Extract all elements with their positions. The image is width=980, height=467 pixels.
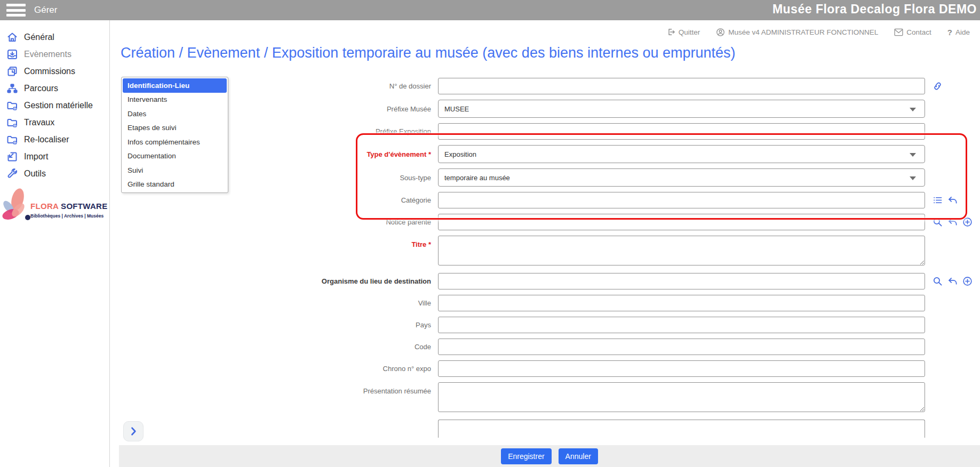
categorie-input[interactable] [438, 192, 925, 208]
flora-petals-icon [0, 184, 32, 226]
chevron-down-icon [910, 176, 916, 180]
brand-name-flora: FLORA [30, 202, 59, 211]
import-icon [6, 150, 19, 163]
question-mark-icon: ? [947, 28, 952, 37]
app-title: Musée Flora Decalog Flora DEMO [772, 2, 977, 17]
hamburger-menu-icon[interactable] [6, 4, 26, 17]
selected-value: Exposition [444, 150, 476, 158]
sidebar-item-label: Import [24, 152, 48, 162]
sidebar-item-label: Général [24, 33, 54, 42]
sidebar-item-gestion-materielle[interactable]: Gestion matérielle [0, 97, 109, 114]
plus-circle-icon[interactable] [962, 276, 973, 286]
sidebar-item-general[interactable]: Général [0, 29, 109, 46]
flora-software-logo: FLORA SOFTWARE Bibliothèques | Archives … [0, 184, 107, 232]
organisme-destination-input[interactable] [438, 273, 925, 289]
field-label: N° de dossier [110, 82, 431, 90]
undo-icon[interactable] [947, 195, 958, 205]
user-account[interactable]: Musée v4 ADMINISTRATEUR FONCTIONNEL [716, 28, 878, 37]
selected-value: MUSEE [444, 105, 469, 113]
form-row: Préfixe Musée MUSEE [110, 100, 980, 118]
wrench-icon [6, 167, 19, 180]
creation-form: N° de dossier Préfixe Musée MUSEE Préfix… [110, 78, 980, 442]
chrono-expo-input[interactable] [438, 360, 925, 377]
footer-action-bar: Enregistrer Annuler [119, 445, 980, 467]
sidebar-item-label: Travaux [24, 118, 54, 127]
inbox-icon [6, 48, 19, 61]
sidebar-item-evenements[interactable]: Evènements [0, 46, 109, 63]
form-row: Pays [110, 317, 980, 333]
prefixe-exposition-input[interactable] [438, 123, 925, 140]
folders-icon [6, 65, 19, 78]
link-icon[interactable] [933, 81, 943, 91]
selected-value: temporaire au musée [444, 174, 510, 182]
field-label: Préfixe Exposition [110, 127, 431, 135]
type-evenement-select[interactable]: Exposition [438, 145, 925, 163]
sidebar-item-label: Evènements [24, 50, 71, 59]
field-label: Préfixe Musée [110, 105, 431, 113]
sidebar-item-commissions[interactable]: Commissions [0, 63, 109, 80]
chevron-right-icon [128, 426, 139, 437]
brand-name-software: SOFTWARE [61, 202, 107, 211]
quit-label: Quitter [679, 28, 700, 36]
form-row: Organisme du lieu de destination [110, 273, 980, 289]
presentation-resumee-textarea[interactable] [438, 382, 925, 412]
folder-globe-icon [6, 116, 19, 129]
help-link[interactable]: ? Aide [947, 28, 970, 37]
sidebar-item-label: Parcours [24, 84, 58, 93]
field-label: Notice parente [110, 218, 431, 226]
cancel-button[interactable]: Annuler [559, 448, 598, 464]
expand-tabs-button[interactable] [123, 421, 144, 441]
menu-label[interactable]: Gérer [34, 5, 57, 15]
form-row: N° de dossier [110, 78, 980, 94]
folder-globe-icon [6, 133, 19, 146]
list-icon[interactable] [933, 195, 943, 205]
search-icon[interactable] [933, 276, 943, 286]
notice-parente-input[interactable] [438, 214, 925, 230]
form-row: Code [110, 339, 980, 355]
sidebar-item-label: Re-localiser [24, 135, 69, 144]
field-label: Catégorie [110, 196, 431, 204]
sidebar-item-re-localiser[interactable]: Re-localiser [0, 131, 109, 148]
main-content: Quitter Musée v4 ADMINISTRATEUR FONCTION… [110, 20, 980, 467]
field-label: Sous-type [110, 174, 431, 182]
folder-globe-icon [6, 99, 19, 112]
chevron-down-icon [910, 108, 916, 111]
prefixe-musee-select[interactable]: MUSEE [438, 100, 925, 118]
form-row: Ville [110, 295, 980, 311]
field-label: Code [110, 343, 431, 351]
top-bar: Gérer Musée Flora Decalog Flora DEMO [0, 0, 980, 20]
form-row: Préfixe Exposition [110, 123, 980, 140]
sidebar-item-import[interactable]: Import [0, 148, 109, 165]
search-icon[interactable] [933, 217, 943, 227]
pays-input[interactable] [438, 317, 925, 333]
field-label: Organisme du lieu de destination [110, 277, 431, 285]
sous-type-select[interactable]: temporaire au musée [438, 168, 925, 187]
sidebar-item-label: Outils [24, 169, 46, 179]
logout-icon [667, 28, 675, 36]
field-label-required: Titre * [110, 236, 431, 248]
app-window: Gérer Musée Flora Decalog Flora DEMO Gén… [0, 0, 980, 467]
clipped-input[interactable] [438, 420, 925, 438]
undo-icon[interactable] [947, 276, 958, 286]
dossier-number-input[interactable] [438, 78, 925, 94]
sidebar: Général Evènements Commissions Parcours [0, 20, 110, 467]
save-button[interactable]: Enregistrer [501, 448, 551, 464]
ville-input[interactable] [438, 295, 925, 311]
sidebar-item-parcours[interactable]: Parcours [0, 80, 109, 97]
brand-tagline: Bibliothèques | Archives | Musées [30, 213, 107, 219]
form-row: Chrono n° expo [110, 360, 980, 377]
code-input[interactable] [438, 339, 925, 355]
contact-link[interactable]: Contact [894, 28, 931, 36]
help-label: Aide [955, 28, 970, 36]
user-name: Musée v4 ADMINISTRATEUR FONCTIONNEL [728, 28, 878, 36]
quit-link[interactable]: Quitter [667, 28, 700, 36]
user-bar: Quitter Musée v4 ADMINISTRATEUR FONCTION… [667, 20, 980, 44]
plus-circle-icon[interactable] [962, 217, 973, 227]
sidebar-item-travaux[interactable]: Travaux [0, 114, 109, 131]
field-label: Chrono n° expo [110, 365, 431, 373]
user-icon [716, 28, 725, 37]
sidebar-item-outils[interactable]: Outils [0, 165, 109, 182]
form-row-clipped [110, 420, 980, 438]
titre-textarea[interactable] [438, 236, 925, 265]
undo-icon[interactable] [947, 217, 958, 227]
